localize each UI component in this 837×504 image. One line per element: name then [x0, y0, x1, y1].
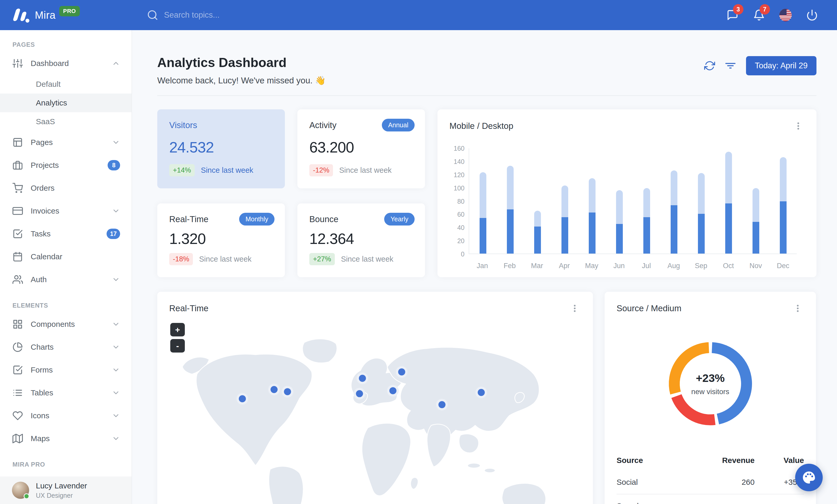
mobile-bar-segment	[698, 214, 705, 254]
mobile-bar-segment	[562, 217, 568, 254]
mobile-bar-segment	[725, 203, 732, 254]
value-cell: -12%	[754, 494, 804, 504]
heart-icon	[13, 410, 23, 421]
stat-card-value: 24.532	[169, 138, 273, 156]
sidebar-subitem-analytics[interactable]: Analytics	[0, 94, 131, 112]
sidebar-subitem-saas[interactable]: SaaS	[0, 112, 131, 131]
stat-card-bounce: BounceYearly12.364+27%Since last week	[297, 203, 425, 277]
credit-card-icon	[13, 206, 23, 216]
messages-button[interactable]: 3	[720, 3, 745, 27]
zoom-out-button[interactable]: -	[170, 339, 185, 353]
stat-card-footer: -12%Since last week	[309, 164, 413, 176]
map-marker[interactable]	[476, 387, 487, 398]
map-marker[interactable]	[436, 399, 448, 410]
theme-settings-fab[interactable]	[795, 464, 823, 491]
sidebar-item-dashboard[interactable]: Dashboard	[0, 52, 131, 75]
donut-center-value: +23%	[696, 372, 725, 385]
table-header-source: Source	[617, 450, 669, 470]
sidebar-item-label: Invoices	[31, 207, 112, 216]
sidebar-item-label: Components	[31, 320, 112, 329]
chevron-down-icon	[112, 389, 120, 397]
x-axis-tick-label: Mar	[523, 262, 551, 270]
search-input[interactable]	[164, 11, 309, 20]
sidebar-item-projects[interactable]: Projects8	[0, 154, 131, 177]
bar-sep	[688, 148, 715, 254]
mira-logo-icon	[13, 7, 29, 23]
sidebar-item-orders[interactable]: Orders	[0, 177, 131, 200]
sidebar-item-calendar[interactable]: Calendar	[0, 245, 131, 268]
today-button[interactable]: Today: April 29	[746, 56, 817, 75]
chevron-down-icon	[112, 343, 120, 351]
map-card-menu-button[interactable]	[569, 302, 581, 315]
filter-button[interactable]	[721, 56, 740, 75]
map-marker[interactable]	[357, 373, 368, 384]
sidebar-item-pages[interactable]: Pages	[0, 131, 131, 154]
sidebar-nav: PAGESDashboardDefaultAnalyticsSaaSPagesP…	[0, 30, 131, 472]
sidebar-user[interactable]: Lucy Lavender UX Designer	[0, 477, 131, 504]
layout-icon	[13, 137, 23, 148]
sidebar-item-invoices[interactable]: Invoices	[0, 200, 131, 222]
sidebar-item-auth[interactable]: Auth	[0, 268, 131, 291]
delta-chip: +27%	[309, 253, 335, 265]
table-header-value: Value	[754, 450, 804, 470]
mobile-desktop-card: Mobile / Desktop 020406080100120140160 J…	[438, 109, 817, 277]
sidebar-item-tables[interactable]: Tables	[0, 381, 131, 404]
map-marker[interactable]	[396, 366, 408, 378]
filter-icon	[725, 60, 736, 71]
sidebar-section-label: ELEMENTS	[0, 291, 131, 313]
sidebar-item-label: Maps	[31, 434, 112, 443]
avatar	[12, 482, 29, 499]
realtime-map-card: Real-Time	[157, 292, 593, 504]
sidebar-section-label: PAGES	[0, 30, 131, 52]
chevron-down-icon	[112, 207, 120, 215]
page-title: Analytics Dashboard	[157, 55, 326, 70]
sidebar-item-icons[interactable]: Icons	[0, 404, 131, 427]
sidebar-item-charts[interactable]: Charts	[0, 336, 131, 358]
sign-out-button[interactable]	[800, 3, 824, 27]
y-axis-tick-label: 140	[449, 158, 464, 166]
stat-card-value: 63.200	[309, 138, 413, 156]
refresh-icon	[704, 60, 715, 71]
chevron-down-icon	[112, 138, 120, 147]
refresh-button[interactable]	[700, 56, 719, 75]
delta-chip: -18%	[169, 253, 193, 265]
bar-chart: 020406080100120140160 JanFebMarAprMayJun…	[449, 148, 804, 278]
source-cell: Social	[617, 470, 669, 494]
table-row-social: Social260+35%	[617, 470, 804, 494]
pie-chart-icon	[13, 342, 23, 352]
sliders-icon	[13, 58, 23, 69]
sidebar-item-label: Auth	[31, 275, 112, 284]
bar-oct	[715, 148, 742, 254]
us-flag-icon	[779, 9, 792, 21]
sidebar-item-components[interactable]: Components	[0, 313, 131, 336]
y-axis-tick-label: 120	[449, 171, 464, 179]
map-marker[interactable]	[387, 385, 399, 396]
sidebar-item-label: Tasks	[31, 229, 107, 238]
brand[interactable]: Mira PRO	[13, 7, 132, 23]
stat-card-note: Since last week	[201, 166, 253, 174]
desktop-bar-segment	[698, 173, 705, 214]
map-marker[interactable]	[236, 393, 248, 405]
y-axis-tick-label: 20	[449, 237, 464, 245]
chart-card-menu-button[interactable]	[792, 120, 804, 132]
sidebar-item-tasks[interactable]: Tasks17	[0, 222, 131, 245]
sidebar-item-label: Forms	[31, 366, 112, 374]
map-marker[interactable]	[268, 384, 280, 395]
desktop-bar-segment	[752, 188, 759, 222]
sidebar-item-forms[interactable]: Forms	[0, 358, 131, 381]
bar-aug	[660, 148, 688, 254]
stat-period-badge: Annual	[382, 119, 415, 131]
map-marker[interactable]	[282, 386, 293, 397]
zoom-in-button[interactable]: +	[170, 323, 185, 336]
sidebar-item-maps[interactable]: Maps	[0, 427, 131, 450]
language-button[interactable]	[773, 3, 798, 27]
world-map[interactable]: + -	[168, 323, 583, 504]
sidebar-subitem-default[interactable]: Default	[0, 75, 131, 94]
donut-center-label: new visitors	[691, 388, 729, 396]
map-marker[interactable]	[354, 388, 365, 399]
desktop-bar-segment	[643, 188, 650, 217]
source-card-menu-button[interactable]	[791, 302, 804, 315]
page-header: Analytics Dashboard Welcome back, Lucy! …	[157, 55, 817, 86]
notifications-button[interactable]: 7	[747, 3, 771, 27]
x-axis-tick-label: Jul	[633, 262, 660, 270]
